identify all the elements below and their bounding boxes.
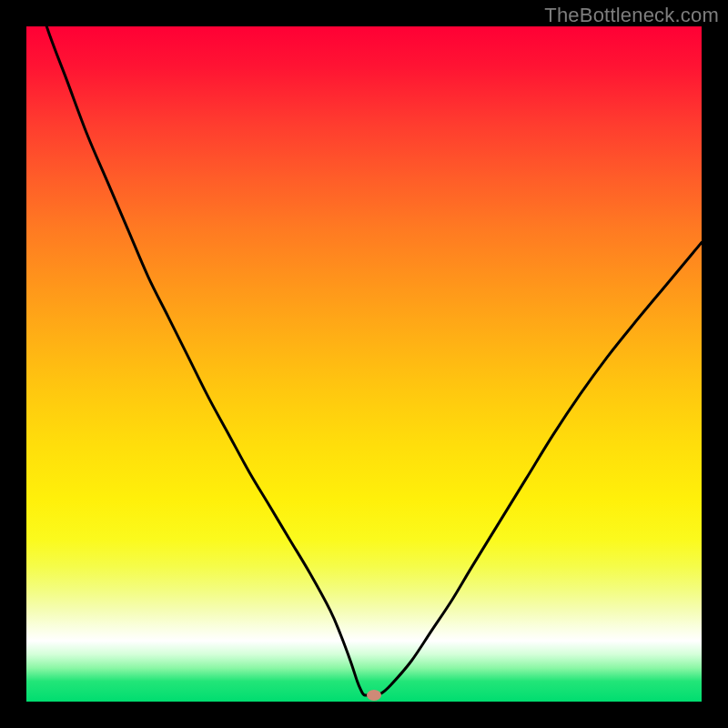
curve-svg <box>26 26 702 702</box>
plot-area <box>26 26 702 702</box>
curve-path <box>26 26 702 695</box>
watermark-text: TheBottleneck.com <box>544 4 719 27</box>
chart-frame: TheBottleneck.com <box>0 0 728 728</box>
optimum-marker <box>367 690 381 701</box>
